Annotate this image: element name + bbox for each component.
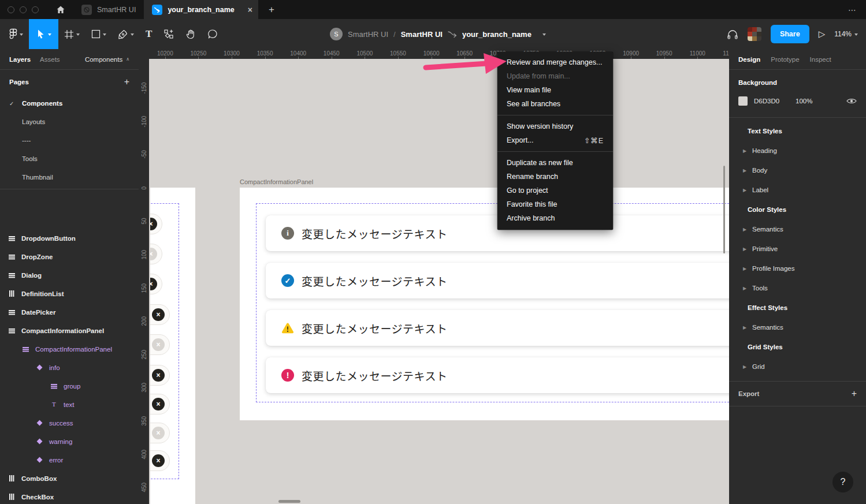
user-avatar[interactable]	[748, 27, 761, 41]
layer-row[interactable]: DropdownButton	[0, 236, 139, 248]
inspector-tab[interactable]: Prototype	[771, 56, 799, 63]
disclosure-triangle-icon[interactable]: ▶	[743, 247, 752, 252]
close-tab-icon[interactable]: ×	[248, 6, 252, 14]
canvas[interactable]: 1020010250103001035010400104501050010550…	[139, 49, 729, 504]
layer-row[interactable]: error	[0, 451, 139, 469]
disclosure-triangle-icon[interactable]: ▶	[743, 148, 752, 154]
disclosure-triangle-icon[interactable]: ▶	[743, 286, 752, 291]
main-menu-button[interactable]	[0, 19, 29, 49]
eye-visibility-icon[interactable]	[846, 98, 857, 104]
breadcrumb-branch[interactable]: your_branch_name	[462, 30, 532, 39]
resources-tool-button[interactable]	[158, 19, 180, 49]
comment-tool-button[interactable]	[202, 19, 224, 49]
style-row[interactable]: ▶ Heading	[729, 141, 866, 160]
layer-row[interactable]: success	[0, 414, 139, 432]
menu-item[interactable]: Export... ⇧⌘E	[497, 133, 613, 147]
background-hex-value[interactable]: D6D3D0	[754, 98, 796, 104]
hand-tool-button[interactable]	[180, 19, 202, 49]
horizontal-scrollbar[interactable]	[278, 500, 300, 503]
vertical-scrollbar[interactable]	[723, 166, 725, 253]
layer-row[interactable]: CompactInformationPanel	[0, 322, 139, 340]
layer-row[interactable]: info	[0, 359, 139, 377]
help-button[interactable]: ?	[832, 472, 853, 492]
layer-row[interactable]: DefinitionList	[0, 285, 139, 303]
frame-tool-button[interactable]	[58, 19, 86, 49]
shape-tool-button[interactable]	[86, 19, 112, 49]
menu-item[interactable]: See all branches	[497, 97, 613, 111]
minimize-window-icon[interactable]	[20, 6, 27, 13]
text-tool-button[interactable]: T	[140, 19, 158, 49]
zoom-control[interactable]: 114%	[834, 30, 858, 38]
file-tab-branch[interactable]: your_branch_name ×	[144, 0, 258, 19]
page-item[interactable]: ✓ Components	[0, 94, 139, 113]
layer-row[interactable]: text	[0, 395, 139, 414]
disclosure-triangle-icon[interactable]: ▶	[743, 168, 752, 173]
menu-item[interactable]: Show version history	[497, 120, 613, 133]
inspector-tab[interactable]: Inspect	[810, 56, 831, 63]
color-swatch[interactable]	[738, 96, 748, 106]
disclosure-triangle-icon[interactable]: ▶	[743, 325, 752, 330]
page-item[interactable]: ✓ Thumbnail	[0, 168, 139, 186]
window-more-button[interactable]: ⋯	[848, 0, 857, 19]
page-item[interactable]: ✓ Tools	[0, 150, 139, 168]
menu-item[interactable]	[497, 115, 613, 115]
tab-assets[interactable]: Assets	[40, 56, 60, 63]
breadcrumb-team[interactable]: SmartHR UI	[348, 30, 388, 39]
menu-item[interactable]: Go to project	[497, 184, 613, 197]
style-row[interactable]: ▶ Color Styles	[729, 200, 866, 219]
page-item[interactable]: ✓ ----	[0, 131, 139, 150]
menu-item[interactable]: Review and merge changes...	[497, 55, 613, 69]
compact-information-panel-frame[interactable]: i 変更したメッセージテキスト ✓ 変更したメッセージテキスト 変更したメッセー…	[240, 188, 729, 420]
tab-layers[interactable]: Layers	[9, 56, 31, 63]
style-row[interactable]: ▶ Primitive	[729, 239, 866, 259]
style-row[interactable]: ▶ Effect Styles	[729, 298, 866, 318]
layer-row[interactable]: CompactInformationPanel	[0, 340, 139, 359]
share-button[interactable]: Share	[771, 25, 809, 43]
style-row[interactable]: ▶ Tools	[729, 278, 866, 298]
menu-item[interactable]: View main file	[497, 83, 613, 97]
style-row[interactable]: ▶ Semantics	[729, 318, 866, 337]
menu-item[interactable]: Favorite this file	[497, 197, 613, 211]
background-color-row[interactable]: D6D3D0 100%	[738, 96, 857, 106]
message-card[interactable]: ✓ 変更したメッセージテキスト	[266, 263, 729, 298]
file-tab-smarthr-ui[interactable]: SmartHR UI	[73, 0, 144, 19]
add-page-button[interactable]: +	[124, 77, 129, 87]
layer-row[interactable]: ComboBox	[0, 469, 139, 488]
layer-row[interactable]: CheckBox	[0, 488, 139, 504]
maximize-window-icon[interactable]	[32, 6, 39, 13]
audio-headphones-icon[interactable]	[727, 29, 738, 40]
page-dropdown[interactable]: Components ∧	[85, 56, 129, 63]
layer-row[interactable]: Dialog	[0, 266, 139, 285]
layer-row[interactable]: DatePicker	[0, 303, 139, 322]
inspector-tab[interactable]: Design	[738, 56, 760, 63]
menu-item[interactable]: Duplicate as new file	[497, 156, 613, 170]
breadcrumb-file[interactable]: SmartHR UI	[401, 30, 443, 39]
move-tool-button[interactable]	[29, 19, 58, 49]
style-row[interactable]: ▶ Text Styles	[729, 121, 866, 141]
menu-item[interactable]	[497, 151, 613, 152]
close-window-icon[interactable]	[8, 6, 14, 13]
menu-item[interactable]: Rename branch	[497, 170, 613, 184]
style-row[interactable]: ▶ Semantics	[729, 219, 866, 239]
page-item[interactable]: ✓ Layouts	[0, 113, 139, 131]
style-row[interactable]: ▶ Profile Images	[729, 259, 866, 278]
window-controls[interactable]	[0, 6, 48, 13]
style-row[interactable]: ▶ Grid	[729, 357, 866, 376]
style-row[interactable]: ▶ Label	[729, 180, 866, 200]
style-row[interactable]: ▶ Grid Styles	[729, 337, 866, 357]
message-card[interactable]: ! 変更したメッセージテキスト	[266, 357, 729, 393]
present-play-icon[interactable]: ▷	[819, 29, 826, 39]
add-export-button[interactable]: +	[852, 389, 857, 399]
layer-row[interactable]: warning	[0, 432, 139, 451]
left-partial-frame[interactable]: × × × × ×	[150, 188, 195, 504]
layer-row[interactable]: DropZone	[0, 248, 139, 266]
menu-item[interactable]: Update from main...	[497, 69, 613, 83]
frame-title-label[interactable]: CompactInformationPanel	[240, 178, 313, 185]
new-tab-button[interactable]: +	[269, 4, 274, 16]
menu-item[interactable]: Archive branch	[497, 211, 613, 225]
disclosure-triangle-icon[interactable]: ▶	[743, 188, 752, 193]
disclosure-triangle-icon[interactable]: ▶	[743, 364, 752, 369]
layer-row[interactable]: group	[0, 377, 139, 395]
disclosure-triangle-icon[interactable]: ▶	[743, 266, 752, 271]
branch-menu-chevron-icon[interactable]	[542, 33, 546, 36]
